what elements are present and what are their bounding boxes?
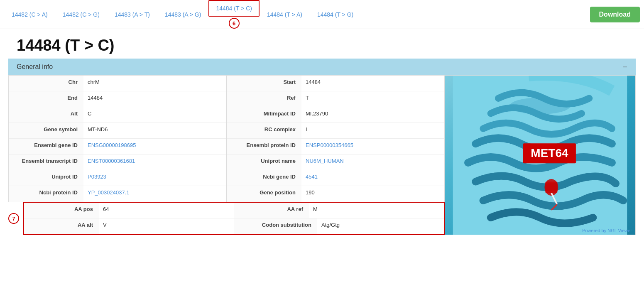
alt-label: Alt — [9, 107, 83, 123]
table-row: Ref T — [227, 91, 444, 107]
table-row: Gene symbol MT-ND6 — [9, 123, 226, 139]
uniprot-id-label: Uniprot ID — [9, 170, 83, 186]
gene-position-label: Gene position — [227, 186, 301, 202]
highlighted-left-col: AA pos 64 AA alt V — [24, 203, 234, 234]
table-row: Gene position 190 — [227, 186, 444, 202]
highlighted-right-col: AA ref M Codon substitution Atg/Gtg — [234, 203, 444, 234]
ncbi-protein-id-link[interactable]: YP_003024037.1 — [88, 189, 129, 196]
tab-list: 14482 (C > A) 14482 (C > G) 14483 (A > T… — [4, 0, 586, 29]
table-row: RC complex I — [227, 123, 444, 139]
end-value: 14484 — [83, 91, 226, 107]
ensembl-protein-id-link[interactable]: ENSP00000354665 — [306, 142, 353, 148]
tab-14484-ta[interactable]: 14484 (T > A) — [260, 6, 310, 23]
ref-label: Ref — [227, 91, 301, 107]
right-info-col: Start 14484 Ref T Mitimpact ID MI.23790 — [227, 76, 444, 202]
collapse-button[interactable]: − — [622, 63, 627, 71]
table-row: Ncbi protein ID YP_003024037.1 — [9, 186, 226, 202]
aa-alt-row: AA alt V — [24, 218, 234, 234]
table-row: Alt C — [9, 107, 226, 123]
highlighted-tables: AA pos 64 AA alt V — [23, 202, 445, 235]
gene-symbol-label: Gene symbol — [9, 123, 83, 138]
main-table-area: Chr chrM End 14484 Alt C — [8, 75, 445, 202]
start-label: Start — [227, 76, 301, 91]
table-row: Start 14484 — [227, 76, 444, 91]
table-row: Ensembl transcript ID ENST00000361681 — [9, 154, 226, 170]
top-navigation: 14482 (C > A) 14482 (C > G) 14483 (A > T… — [0, 0, 644, 29]
tab-14484-tg[interactable]: 14484 (T > G) — [310, 6, 361, 23]
rc-complex-label: RC complex — [227, 123, 301, 138]
met64-label: MET64 — [523, 143, 575, 163]
chr-label: Chr — [9, 76, 83, 91]
protein-viewer-panel: MET64 Powered by NGL Viewer — [445, 75, 636, 235]
aa-pos-label: AA pos — [24, 203, 99, 218]
section-header: General info − — [8, 59, 636, 75]
section-title: General info — [17, 63, 53, 71]
tab-14482-cg[interactable]: 14482 (C > G) — [55, 6, 107, 23]
active-tab-container: 14484 (T > C) 6 — [208, 0, 260, 29]
aa-ref-value: M — [309, 203, 444, 218]
tab-badge-6: 6 — [229, 18, 240, 29]
gene-symbol-value: MT-ND6 — [83, 123, 226, 138]
codon-sub-label: Codon substitution — [234, 218, 317, 234]
codon-sub-value: Atg/Gtg — [317, 218, 444, 234]
ref-value: T — [301, 91, 444, 107]
ngl-viewer-credit: Powered by NGL Viewer — [582, 228, 632, 233]
highlighted-row-area: 7 AA pos 64 — [8, 202, 445, 235]
table-row: Ncbi gene ID 4541 — [227, 170, 444, 186]
tab-14482-ca[interactable]: 14482 (C > A) — [4, 6, 55, 23]
protein-3d-image: MET64 — [445, 76, 635, 235]
main-content: 14484 (T > C) General info − Chr chrM — [0, 29, 644, 235]
uniprot-name-link[interactable]: NU6M_HUMAN — [306, 158, 344, 164]
mitimpact-id-label: Mitimpact ID — [227, 107, 301, 123]
aa-pos-value: 64 — [99, 203, 234, 218]
mitimpact-id-value: MI.23790 — [301, 107, 444, 123]
aa-alt-label: AA alt — [24, 218, 99, 234]
ncbi-gene-id-link[interactable]: 4541 — [306, 174, 318, 180]
table-row: Ensembl gene ID ENSG00000198695 — [9, 139, 226, 154]
info-grid: Chr chrM End 14484 Alt C — [8, 75, 636, 235]
page-title: 14484 (T > C) — [8, 29, 636, 59]
general-info-section: General info − Chr chrM — [8, 59, 636, 235]
uniprot-id-value: P03923 — [83, 170, 226, 186]
chr-value: chrM — [83, 76, 226, 91]
ncbi-gene-id-value: 4541 — [301, 170, 444, 186]
end-label: End — [9, 91, 83, 107]
ensembl-gene-id-value: ENSG00000198695 — [83, 139, 226, 154]
uniprot-name-label: Uniprot name — [227, 154, 301, 170]
left-info-col: Chr chrM End 14484 Alt C — [9, 76, 227, 202]
ensembl-gene-id-label: Ensembl gene ID — [9, 139, 83, 154]
ncbi-protein-id-value: YP_003024037.1 — [83, 186, 226, 202]
tables-container: Chr chrM End 14484 Alt C — [8, 75, 445, 235]
table-row: Uniprot ID P03923 — [9, 170, 226, 186]
aa-pos-row: AA pos 64 — [24, 203, 234, 218]
table-row: Uniprot name NU6M_HUMAN — [227, 154, 444, 170]
ensembl-transcript-id-value: ENST00000361681 — [83, 154, 226, 170]
aa-alt-value: V — [99, 218, 234, 234]
codon-sub-row: Codon substitution Atg/Gtg — [234, 218, 444, 234]
rc-complex-value: I — [301, 123, 444, 138]
gene-position-value: 190 — [301, 186, 444, 202]
tab-14483-ag[interactable]: 14483 (A > G) — [157, 6, 209, 23]
badge-7: 7 — [8, 213, 19, 224]
uniprot-name-value: NU6M_HUMAN — [301, 154, 444, 170]
download-button[interactable]: Download — [590, 7, 640, 22]
ensembl-gene-id-link[interactable]: ENSG00000198695 — [88, 142, 136, 148]
ncbi-protein-id-label: Ncbi protein ID — [9, 186, 83, 202]
table-row: Ensembl protein ID ENSP00000354665 — [227, 139, 444, 154]
highlighted-section: AA pos 64 AA alt V — [23, 202, 445, 235]
table-row: Chr chrM — [9, 76, 226, 91]
ensembl-transcript-id-link[interactable]: ENST00000361681 — [88, 158, 135, 164]
tab-14483-at[interactable]: 14483 (A > T) — [107, 6, 157, 23]
svg-rect-3 — [545, 181, 557, 193]
ensembl-protein-id-value: ENSP00000354665 — [301, 139, 444, 154]
aa-ref-label: AA ref — [234, 203, 309, 218]
ensembl-transcript-id-label: Ensembl transcript ID — [9, 154, 83, 170]
ncbi-gene-id-label: Ncbi gene ID — [227, 170, 301, 186]
tab-14484-tc[interactable]: 14484 (T > C) — [208, 0, 260, 17]
alt-value: C — [83, 107, 226, 123]
aa-ref-row: AA ref M — [234, 203, 444, 218]
table-row: End 14484 — [9, 91, 226, 107]
uniprot-id-link[interactable]: P03923 — [88, 174, 106, 180]
ngl-viewer-link[interactable]: NGL Viewer — [607, 228, 632, 233]
badge7-container: 7 — [8, 202, 23, 235]
